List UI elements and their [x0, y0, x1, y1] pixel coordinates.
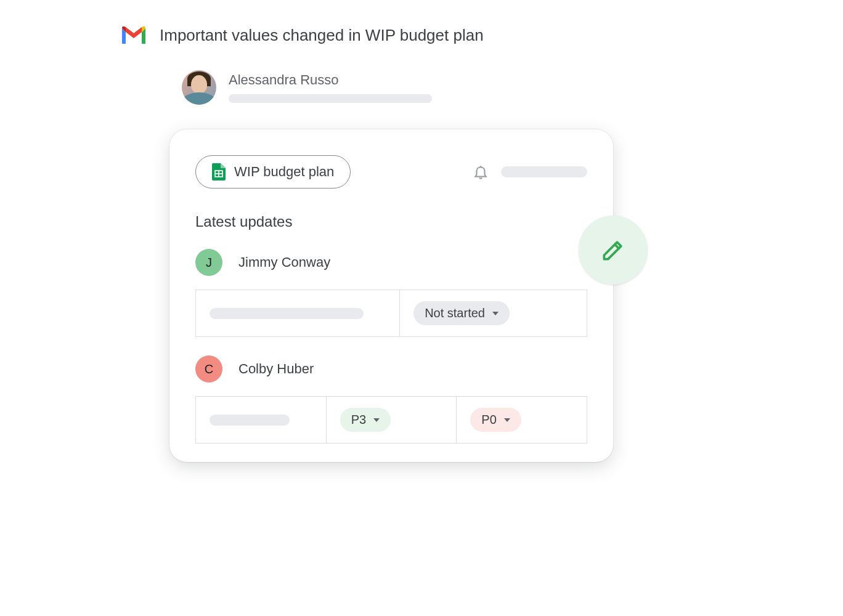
- status-chip[interactable]: Not started: [413, 301, 510, 325]
- pencil-icon: [600, 237, 627, 264]
- priority-to-chip[interactable]: P0: [470, 408, 521, 432]
- chevron-down-icon: [492, 312, 499, 315]
- priority-chip-label: P3: [351, 413, 366, 427]
- bell-icon[interactable]: [473, 164, 489, 180]
- email-header: Important values changed in WIP budget p…: [120, 25, 675, 46]
- priority-from-chip[interactable]: P3: [340, 408, 391, 432]
- sender-meta-placeholder: [229, 94, 432, 103]
- cell-placeholder: [210, 308, 364, 319]
- table-row: P3 P0: [195, 396, 587, 444]
- chevron-down-icon: [504, 418, 510, 422]
- email-subject: Important values changed in WIP budget p…: [160, 26, 484, 45]
- user-avatar[interactable]: J: [195, 249, 222, 276]
- sender-row: Alessandra Russo: [182, 70, 675, 105]
- user-name: Jimmy Conway: [238, 254, 330, 270]
- header-meta-placeholder: [501, 166, 587, 177]
- update-user-row: C Colby Huber: [195, 355, 587, 383]
- chevron-down-icon: [373, 418, 380, 422]
- edit-fab[interactable]: [579, 216, 648, 285]
- sheets-icon: [212, 163, 226, 180]
- update-user-row: J Jimmy Conway: [195, 249, 587, 276]
- section-title: Latest updates: [195, 213, 587, 230]
- document-chip-label: WIP budget plan: [234, 164, 334, 180]
- priority-chip-label: P0: [481, 413, 496, 427]
- sender-avatar[interactable]: [182, 70, 216, 105]
- sender-name: Alessandra Russo: [229, 72, 432, 88]
- gmail-logo-icon: [120, 25, 147, 46]
- svg-line-4: [615, 245, 619, 248]
- status-chip-label: Not started: [425, 306, 485, 320]
- user-name: Colby Huber: [238, 361, 314, 377]
- table-row: Not started: [195, 290, 587, 337]
- updates-card: WIP budget plan Latest updates J Jimmy C…: [169, 129, 613, 462]
- user-avatar[interactable]: C: [195, 355, 222, 383]
- document-chip[interactable]: WIP budget plan: [195, 155, 351, 188]
- cell-placeholder: [210, 415, 290, 426]
